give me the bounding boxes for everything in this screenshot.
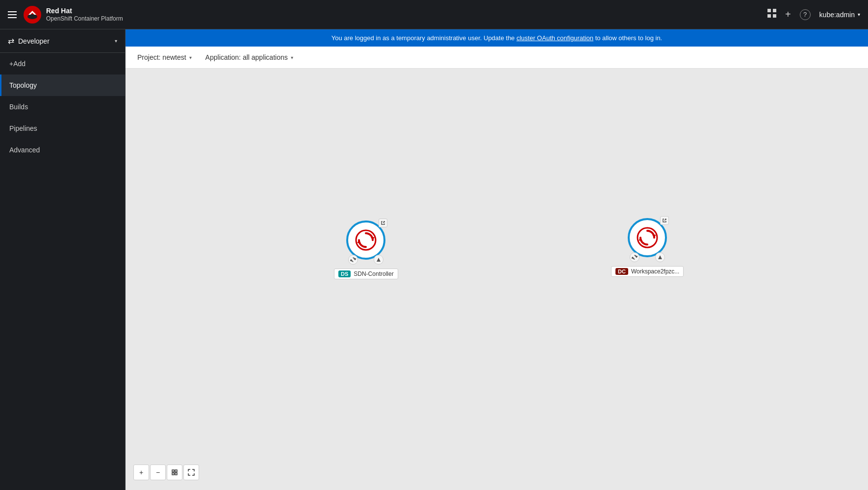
node-label-ws: DC Workspace2fpzc... [611, 266, 684, 277]
svg-marker-12 [350, 260, 352, 261]
user-label: kube:admin [819, 11, 855, 19]
node-workspace2fpzc[interactable]: DC Workspace2fpzc... [611, 218, 684, 277]
application-caret-icon: ▾ [291, 55, 293, 60]
node-label-text-ws: Workspace2fpzc... [631, 268, 679, 275]
zoom-fit-button[interactable] [167, 465, 182, 480]
svg-marker-9 [357, 240, 361, 243]
openshift-sync-icon-sdn [355, 229, 377, 251]
user-caret-icon: ▾ [858, 12, 860, 17]
redhat-logo-icon [24, 6, 41, 24]
node-label-text-sdn: SDN-Controller [354, 270, 393, 277]
grid-icon[interactable] [767, 9, 776, 20]
navbar: Red Hat OpenShift Container Platform + ?… [0, 0, 868, 29]
zoom-in-button[interactable]: + [133, 465, 149, 480]
svg-line-17 [664, 219, 666, 220]
svg-marker-16 [638, 238, 642, 241]
expand-icon [188, 469, 195, 476]
developer-perspective-label: Developer [18, 37, 50, 45]
node-bottom-icons-sdn [346, 255, 385, 265]
application-label: Application: all applications [205, 53, 288, 61]
topology-canvas[interactable]: DS SDN-Controller [126, 69, 868, 490]
svg-marker-20 [658, 255, 662, 259]
hamburger-menu[interactable] [8, 11, 17, 18]
svg-line-10 [383, 221, 384, 223]
svg-rect-4 [773, 9, 776, 12]
svg-marker-11 [354, 259, 356, 260]
node-label-sdn: DS SDN-Controller [334, 269, 398, 279]
application-dropdown[interactable]: Application: all applications ▾ [202, 51, 297, 63]
svg-marker-13 [377, 258, 381, 262]
node-container-sdn [346, 220, 385, 260]
brand-bottom: OpenShift Container Platform [46, 15, 123, 22]
svg-point-1 [27, 14, 37, 19]
svg-marker-15 [652, 235, 656, 238]
svg-rect-23 [172, 473, 174, 475]
fit-icon [171, 469, 178, 476]
node-container-ws [628, 218, 667, 257]
info-banner: You are logged in as a temporary adminis… [126, 29, 868, 47]
sidebar-item-advanced[interactable]: Advanced [0, 139, 125, 161]
help-icon[interactable]: ? [800, 9, 811, 20]
zoom-expand-button[interactable] [183, 465, 199, 480]
sidebar-developer-switcher[interactable]: ⇄ Developer ▾ [0, 29, 125, 53]
toolbar: Project: newtest ▾ Application: all appl… [126, 47, 868, 69]
node-badge-ws: DC [615, 268, 628, 275]
svg-rect-3 [767, 9, 771, 12]
banner-text-after: to allow others to log in. [595, 34, 663, 42]
developer-perspective-icon: ⇄ [8, 36, 14, 46]
external-link-icon-ws[interactable] [660, 216, 669, 225]
node-sync-status-icon-sdn [348, 255, 358, 265]
user-menu[interactable]: kube:admin ▾ [819, 11, 860, 19]
node-bottom-icons-ws [628, 252, 667, 262]
openshift-sync-icon-ws [637, 227, 658, 248]
project-dropdown[interactable]: Project: newtest ▾ [133, 51, 196, 63]
banner-text-before: You are logged in as a temporary adminis… [332, 34, 516, 42]
node-deploy-icon-ws [655, 252, 665, 262]
sidebar-nav: +Add Topology Builds Pipelines Advanced [0, 53, 125, 161]
svg-rect-5 [767, 14, 771, 18]
banner-link[interactable]: cluster OAuth configuration [516, 34, 593, 42]
zoom-controls: + − [133, 465, 199, 480]
project-caret-icon: ▾ [189, 55, 192, 60]
sidebar-item-add[interactable]: +Add [0, 53, 125, 74]
sidebar: ⇄ Developer ▾ +Add Topology Builds Pipel… [0, 29, 126, 490]
project-label: Project: newtest [137, 53, 186, 61]
svg-rect-24 [175, 473, 177, 475]
svg-marker-19 [632, 257, 634, 258]
node-badge-sdn: DS [338, 270, 351, 277]
brand-top: Red Hat [46, 7, 123, 15]
svg-rect-6 [773, 14, 776, 18]
svg-rect-22 [175, 470, 177, 472]
external-link-icon-sdn[interactable] [379, 219, 387, 227]
developer-caret-icon: ▾ [115, 38, 117, 44]
node-inner-ws [634, 224, 661, 251]
content-area: You are logged in as a temporary adminis… [126, 29, 868, 490]
plus-icon[interactable]: + [785, 9, 791, 20]
sidebar-item-pipelines[interactable]: Pipelines [0, 118, 125, 139]
zoom-out-button[interactable]: − [150, 465, 166, 480]
node-sync-status-icon-ws [630, 252, 639, 262]
node-deploy-icon-sdn [374, 255, 383, 265]
main-layout: ⇄ Developer ▾ +Add Topology Builds Pipel… [0, 29, 868, 490]
brand: Red Hat OpenShift Container Platform [24, 6, 123, 24]
sidebar-item-topology[interactable]: Topology [0, 74, 125, 96]
svg-marker-8 [371, 237, 375, 240]
svg-rect-21 [172, 470, 174, 472]
brand-text: Red Hat OpenShift Container Platform [46, 7, 123, 22]
node-inner-sdn [352, 226, 380, 254]
svg-marker-18 [636, 256, 638, 257]
node-sdn-controller[interactable]: DS SDN-Controller [334, 220, 398, 279]
sidebar-item-builds[interactable]: Builds [0, 96, 125, 118]
